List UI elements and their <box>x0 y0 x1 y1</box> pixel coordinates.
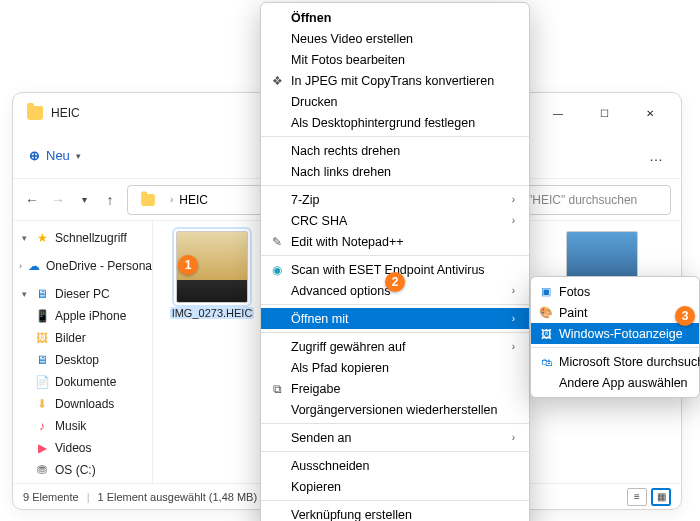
sidebar-item-videos[interactable]: ▶Videos <box>13 437 152 459</box>
photo-viewer-icon: 🖼 <box>538 328 554 340</box>
sidebar-item-documents[interactable]: 📄Dokumente <box>13 371 152 393</box>
menu-item-shortcut[interactable]: Verknüpfung erstellen <box>261 504 529 521</box>
nav-back-button[interactable]: ← <box>23 192 41 208</box>
window-title: HEIC <box>51 106 80 120</box>
sidebar-item-downloads[interactable]: ⬇Downloads <box>13 393 152 415</box>
menu-item-new-video[interactable]: Neues Video erstellen <box>261 28 529 49</box>
sidebar-item-label: Videos <box>55 441 91 455</box>
computer-icon: 🖥 <box>35 287 49 301</box>
annotation-badge-1: 1 <box>178 255 198 275</box>
menu-item-rotate-right[interactable]: Nach rechts drehen <box>261 140 529 161</box>
search-placeholder: "HEIC" durchsuchen <box>528 193 637 207</box>
menu-item-grant-access[interactable]: Zugriff gewähren auf› <box>261 336 529 357</box>
sidebar-item-pictures[interactable]: 🖼Bilder <box>13 327 152 349</box>
folder-icon <box>141 194 155 206</box>
close-button[interactable]: ✕ <box>627 98 673 128</box>
submenu-item-paint[interactable]: 🎨Paint <box>531 302 699 323</box>
menu-item-previous-versions[interactable]: Vorgängerversionen wiederherstellen <box>261 399 529 420</box>
window-controls: — ☐ ✕ <box>535 98 673 128</box>
status-count: 9 Elemente <box>23 491 79 503</box>
maximize-button[interactable]: ☐ <box>581 98 627 128</box>
download-icon: ⬇ <box>35 397 49 411</box>
more-button[interactable]: … <box>643 144 671 168</box>
menu-item-copy[interactable]: Kopieren <box>261 476 529 497</box>
share-icon: ⧉ <box>269 382 285 396</box>
submenu-item-windows-fotoanzeige[interactable]: 🖼Windows-Fotoanzeige <box>531 323 699 344</box>
sidebar-item-osdrive[interactable]: ⛃OS (C:) <box>13 459 152 481</box>
chevron-right-icon: › <box>512 285 515 296</box>
sidebar-item-onedrive[interactable]: ›☁OneDrive - Persona… <box>13 255 152 277</box>
sidebar-item-music[interactable]: ♪Musik <box>13 415 152 437</box>
navigation-pane: ▾★Schnellzugriff ›☁OneDrive - Persona… ▾… <box>13 221 153 483</box>
view-grid-button[interactable]: ▦ <box>651 488 671 506</box>
menu-item-cut[interactable]: Ausschneiden <box>261 455 529 476</box>
menu-item-set-background[interactable]: Als Desktophintergrund festlegen <box>261 112 529 133</box>
breadcrumb-item[interactable]: HEIC <box>179 193 208 207</box>
view-list-button[interactable]: ≡ <box>627 488 647 506</box>
file-item[interactable]: IMG_0273.HEIC <box>167 231 257 319</box>
plus-icon: ⊕ <box>29 148 40 163</box>
folder-icon: 🖼 <box>35 331 49 345</box>
menu-item-print[interactable]: Drucken <box>261 91 529 112</box>
chevron-down-icon[interactable]: ▾ <box>75 194 93 205</box>
shield-icon: ◉ <box>269 263 285 277</box>
chevron-right-icon: › <box>512 432 515 443</box>
submenu-item-fotos[interactable]: ▣Fotos <box>531 281 699 302</box>
sidebar-item-label: Musik <box>55 419 86 433</box>
annotation-badge-2: 2 <box>385 272 405 292</box>
folder-icon <box>27 106 43 120</box>
photos-app-icon: ▣ <box>538 285 554 298</box>
cloud-icon: ☁ <box>28 259 40 273</box>
chevron-down-icon: ▾ <box>76 151 81 161</box>
submenu-item-store[interactable]: 🛍Microsoft Store durchsuchen <box>531 351 699 372</box>
status-selection: 1 Element ausgewählt (1,48 MB) <box>98 491 258 503</box>
chevron-right-icon: › <box>512 313 515 324</box>
sidebar-item-label: OneDrive - Persona… <box>46 259 153 273</box>
video-icon: ▶ <box>35 441 49 455</box>
sidebar-item-label: OS (C:) <box>55 463 96 477</box>
music-icon: ♪ <box>35 419 49 433</box>
minimize-button[interactable]: — <box>535 98 581 128</box>
menu-item-send-to[interactable]: Senden an› <box>261 427 529 448</box>
sidebar-item-label: Schnellzugriff <box>55 231 127 245</box>
menu-item-edit-photos[interactable]: Mit Fotos bearbeiten <box>261 49 529 70</box>
search-input[interactable]: "HEIC" durchsuchen <box>521 185 671 215</box>
sidebar-item-label: Dokumente <box>55 375 116 389</box>
menu-item-open-with[interactable]: Öffnen mit› <box>261 308 529 329</box>
menu-item-share[interactable]: ⧉Freigabe <box>261 378 529 399</box>
phone-icon: 📱 <box>35 309 49 323</box>
notepad-icon: ✎ <box>269 235 285 249</box>
sidebar-item-label: Bilder <box>55 331 86 345</box>
menu-item-open[interactable]: Öffnen <box>261 7 529 28</box>
nav-up-button[interactable]: ↑ <box>101 192 119 208</box>
menu-item-rotate-left[interactable]: Nach links drehen <box>261 161 529 182</box>
store-icon: 🛍 <box>538 356 554 368</box>
menu-item-copytrans[interactable]: ❖In JPEG mit CopyTrans konvertieren <box>261 70 529 91</box>
sidebar-item-thispc[interactable]: ▾🖥Dieser PC <box>13 283 152 305</box>
nav-forward-button[interactable]: → <box>49 192 67 208</box>
chevron-right-icon: › <box>512 194 515 205</box>
menu-item-notepad[interactable]: ✎Edit with Notepad++ <box>261 231 529 252</box>
sidebar-item-label: Apple iPhone <box>55 309 126 323</box>
file-name: IMG_0273.HEIC <box>170 307 255 319</box>
sidebar-item-label: Dieser PC <box>55 287 110 301</box>
heic-icon: ❖ <box>269 74 285 88</box>
paint-app-icon: 🎨 <box>538 306 554 319</box>
document-icon: 📄 <box>35 375 49 389</box>
new-button-label: Neu <box>46 148 70 163</box>
menu-item-copy-path[interactable]: Als Pfad kopieren <box>261 357 529 378</box>
sidebar-item-iphone[interactable]: 📱Apple iPhone <box>13 305 152 327</box>
menu-item-crcsha[interactable]: CRC SHA› <box>261 210 529 231</box>
context-menu: Öffnen Neues Video erstellen Mit Fotos b… <box>260 2 530 521</box>
submenu-item-choose-app[interactable]: Andere App auswählen <box>531 372 699 393</box>
disk-icon: ⛃ <box>35 463 49 477</box>
open-with-submenu: ▣Fotos 🎨Paint 🖼Windows-Fotoanzeige 🛍Micr… <box>530 276 700 398</box>
star-icon: ★ <box>35 231 49 245</box>
sidebar-item-label: Desktop <box>55 353 99 367</box>
desktop-icon: 🖥 <box>35 353 49 367</box>
sidebar-item-quickaccess[interactable]: ▾★Schnellzugriff <box>13 227 152 249</box>
new-button[interactable]: ⊕ Neu ▾ <box>23 144 87 167</box>
chevron-right-icon: › <box>512 215 515 226</box>
menu-item-7zip[interactable]: 7-Zip› <box>261 189 529 210</box>
sidebar-item-desktop[interactable]: 🖥Desktop <box>13 349 152 371</box>
